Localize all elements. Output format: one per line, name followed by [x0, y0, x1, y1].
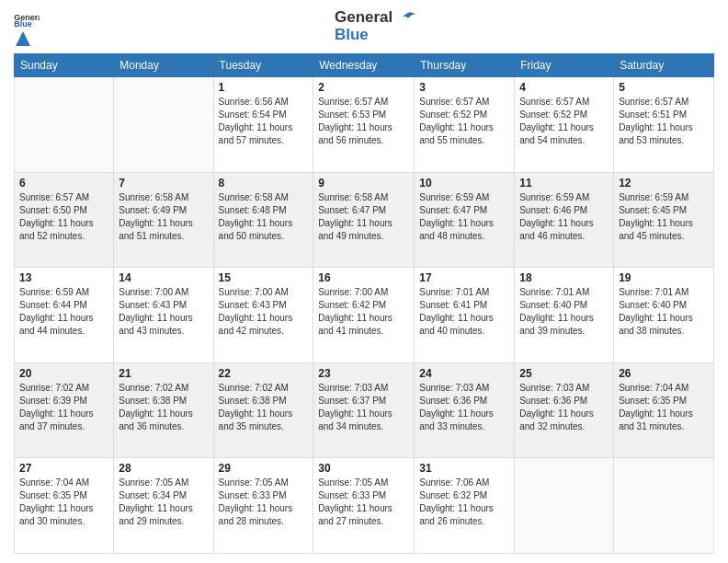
- day-number: 11: [519, 177, 609, 190]
- calendar-cell: 23Sunrise: 7:03 AMSunset: 6:37 PMDayligh…: [313, 362, 415, 458]
- day-number: 26: [619, 367, 709, 380]
- day-number: 21: [119, 367, 208, 380]
- calendar-cell: 29Sunrise: 7:05 AMSunset: 6:33 PMDayligh…: [213, 458, 313, 554]
- day-info: Sunrise: 7:02 AMSunset: 6:38 PMDaylight:…: [219, 382, 309, 433]
- calendar-week-3: 13Sunrise: 6:59 AMSunset: 6:44 PMDayligh…: [15, 268, 714, 363]
- logo-full: General Blue: [335, 9, 419, 43]
- day-number: 27: [19, 462, 108, 475]
- svg-text:Blue: Blue: [14, 19, 32, 28]
- calendar-cell: 15Sunrise: 7:00 AMSunset: 6:43 PMDayligh…: [213, 268, 313, 363]
- day-number: 30: [318, 462, 409, 475]
- day-info: Sunrise: 7:05 AMSunset: 6:33 PMDaylight:…: [219, 477, 309, 528]
- day-number: 15: [219, 271, 309, 284]
- day-number: 20: [19, 367, 108, 380]
- calendar-cell: 18Sunrise: 7:01 AMSunset: 6:40 PMDayligh…: [515, 268, 614, 363]
- day-info: Sunrise: 7:06 AMSunset: 6:32 PMDaylight:…: [419, 477, 509, 528]
- day-info: Sunrise: 7:01 AMSunset: 6:40 PMDaylight:…: [519, 286, 609, 338]
- header-friday: Friday: [515, 54, 614, 77]
- day-number: 17: [419, 271, 509, 284]
- calendar-cell: [515, 458, 614, 554]
- day-number: 29: [219, 462, 309, 475]
- calendar-cell: 13Sunrise: 6:59 AMSunset: 6:44 PMDayligh…: [15, 268, 114, 363]
- weekday-header-row: Sunday Monday Tuesday Wednesday Thursday…: [15, 54, 714, 77]
- calendar-cell: 6Sunrise: 6:57 AMSunset: 6:50 PMDaylight…: [15, 172, 114, 268]
- day-number: 12: [619, 177, 709, 190]
- day-info: Sunrise: 7:00 AMSunset: 6:43 PMDaylight:…: [119, 286, 208, 338]
- calendar-cell: 16Sunrise: 7:00 AMSunset: 6:42 PMDayligh…: [313, 268, 415, 363]
- calendar-cell: [15, 77, 114, 173]
- day-info: Sunrise: 6:59 AMSunset: 6:47 PMDaylight:…: [419, 191, 509, 243]
- calendar-cell: 30Sunrise: 7:05 AMSunset: 6:33 PMDayligh…: [313, 458, 415, 554]
- calendar-cell: 25Sunrise: 7:03 AMSunset: 6:36 PMDayligh…: [515, 362, 614, 458]
- day-number: 13: [19, 271, 108, 284]
- calendar-cell: [114, 77, 213, 173]
- day-number: 16: [318, 271, 409, 284]
- day-number: 5: [619, 81, 709, 94]
- day-info: Sunrise: 6:57 AMSunset: 6:51 PMDaylight:…: [619, 96, 709, 147]
- day-info: Sunrise: 7:02 AMSunset: 6:38 PMDaylight:…: [119, 382, 208, 433]
- calendar-week-2: 6Sunrise: 6:57 AMSunset: 6:50 PMDaylight…: [15, 172, 714, 268]
- calendar-table: Sunday Monday Tuesday Wednesday Thursday…: [14, 53, 714, 554]
- calendar-cell: 27Sunrise: 7:04 AMSunset: 6:35 PMDayligh…: [15, 458, 114, 554]
- header-thursday: Thursday: [415, 54, 515, 77]
- day-info: Sunrise: 6:59 AMSunset: 6:45 PMDaylight:…: [619, 191, 709, 243]
- day-info: Sunrise: 6:59 AMSunset: 6:44 PMDaylight:…: [19, 286, 108, 338]
- day-info: Sunrise: 6:58 AMSunset: 6:48 PMDaylight:…: [219, 191, 309, 243]
- day-info: Sunrise: 7:04 AMSunset: 6:35 PMDaylight:…: [19, 477, 108, 528]
- day-number: 31: [419, 462, 509, 475]
- day-info: Sunrise: 7:05 AMSunset: 6:34 PMDaylight:…: [119, 477, 208, 528]
- day-info: Sunrise: 7:05 AMSunset: 6:33 PMDaylight:…: [318, 477, 409, 528]
- calendar-cell: 10Sunrise: 6:59 AMSunset: 6:47 PMDayligh…: [415, 172, 515, 268]
- logo-bird-icon: [399, 11, 419, 26]
- day-info: Sunrise: 7:00 AMSunset: 6:42 PMDaylight:…: [318, 286, 409, 338]
- day-info: Sunrise: 6:59 AMSunset: 6:46 PMDaylight:…: [519, 191, 609, 243]
- day-number: 4: [519, 81, 609, 94]
- day-info: Sunrise: 7:04 AMSunset: 6:35 PMDaylight:…: [619, 382, 709, 433]
- calendar-cell: 8Sunrise: 6:58 AMSunset: 6:48 PMDaylight…: [213, 172, 313, 268]
- calendar-week-4: 20Sunrise: 7:02 AMSunset: 6:39 PMDayligh…: [15, 362, 714, 458]
- day-number: 7: [119, 177, 208, 190]
- calendar-cell: 4Sunrise: 6:57 AMSunset: 6:52 PMDaylight…: [515, 77, 614, 173]
- day-number: 22: [219, 367, 309, 380]
- day-info: Sunrise: 6:57 AMSunset: 6:50 PMDaylight:…: [19, 191, 108, 243]
- day-info: Sunrise: 7:03 AMSunset: 6:36 PMDaylight:…: [519, 382, 609, 433]
- day-number: 19: [619, 271, 709, 284]
- day-info: Sunrise: 6:57 AMSunset: 6:53 PMDaylight:…: [318, 96, 409, 147]
- calendar-cell: 19Sunrise: 7:01 AMSunset: 6:40 PMDayligh…: [614, 268, 714, 363]
- day-number: 8: [219, 177, 309, 190]
- calendar-cell: 17Sunrise: 7:01 AMSunset: 6:41 PMDayligh…: [415, 268, 515, 363]
- calendar-cell: 22Sunrise: 7:02 AMSunset: 6:38 PMDayligh…: [213, 362, 313, 458]
- day-number: 10: [419, 177, 509, 190]
- day-info: Sunrise: 6:56 AMSunset: 6:54 PMDaylight:…: [219, 96, 309, 147]
- calendar-cell: 21Sunrise: 7:02 AMSunset: 6:38 PMDayligh…: [114, 362, 213, 458]
- day-info: Sunrise: 7:03 AMSunset: 6:37 PMDaylight:…: [318, 382, 409, 433]
- day-info: Sunrise: 6:58 AMSunset: 6:49 PMDaylight:…: [119, 191, 208, 243]
- header: General Blue General Blue: [14, 9, 714, 46]
- day-info: Sunrise: 7:00 AMSunset: 6:43 PMDaylight:…: [219, 286, 309, 338]
- day-info: Sunrise: 7:01 AMSunset: 6:40 PMDaylight:…: [619, 286, 709, 338]
- header-wednesday: Wednesday: [313, 54, 415, 77]
- day-info: Sunrise: 7:02 AMSunset: 6:39 PMDaylight:…: [19, 382, 108, 433]
- day-info: Sunrise: 7:03 AMSunset: 6:36 PMDaylight:…: [419, 382, 509, 433]
- logo-icon: General Blue: [14, 11, 40, 28]
- calendar-cell: 3Sunrise: 6:57 AMSunset: 6:52 PMDaylight…: [415, 77, 515, 173]
- day-number: 24: [419, 367, 509, 380]
- calendar-week-5: 27Sunrise: 7:04 AMSunset: 6:35 PMDayligh…: [15, 458, 714, 554]
- calendar-page: General Blue General Blue: [0, 0, 728, 563]
- day-number: 2: [318, 81, 409, 94]
- calendar-cell: 31Sunrise: 7:06 AMSunset: 6:32 PMDayligh…: [415, 458, 515, 554]
- day-info: Sunrise: 6:58 AMSunset: 6:47 PMDaylight:…: [318, 191, 409, 243]
- calendar-cell: [614, 458, 714, 554]
- calendar-cell: 11Sunrise: 6:59 AMSunset: 6:46 PMDayligh…: [515, 172, 614, 268]
- day-info: Sunrise: 7:01 AMSunset: 6:41 PMDaylight:…: [419, 286, 509, 338]
- day-number: 18: [519, 271, 609, 284]
- day-number: 3: [419, 81, 509, 94]
- calendar-cell: 9Sunrise: 6:58 AMSunset: 6:47 PMDaylight…: [313, 172, 415, 268]
- day-number: 28: [119, 462, 208, 475]
- calendar-cell: 7Sunrise: 6:58 AMSunset: 6:49 PMDaylight…: [114, 172, 213, 268]
- header-tuesday: Tuesday: [213, 54, 313, 77]
- calendar-cell: 1Sunrise: 6:56 AMSunset: 6:54 PMDaylight…: [213, 77, 313, 173]
- calendar-cell: 2Sunrise: 6:57 AMSunset: 6:53 PMDaylight…: [313, 77, 415, 173]
- calendar-cell: 14Sunrise: 7:00 AMSunset: 6:43 PMDayligh…: [114, 268, 213, 363]
- day-info: Sunrise: 6:57 AMSunset: 6:52 PMDaylight:…: [419, 96, 509, 147]
